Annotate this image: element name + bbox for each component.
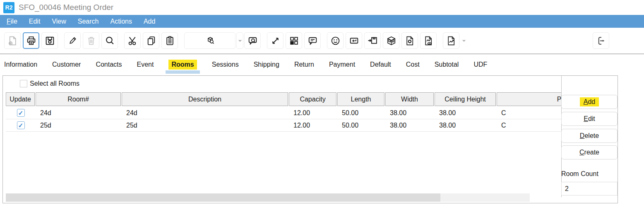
header-length[interactable]: Length	[337, 92, 384, 106]
report-dropdown-chevron-icon	[462, 39, 466, 42]
comment-icon	[307, 35, 318, 46]
room-3d-button[interactable]	[383, 32, 399, 49]
create-room-button[interactable]: Create	[561, 145, 618, 159]
copy-button[interactable]	[143, 32, 159, 49]
item-search-dropdown-chevron-icon	[238, 39, 242, 42]
add-button[interactable]: Add	[561, 95, 618, 109]
menu-add[interactable]: Add	[138, 18, 161, 25]
edit-room-button[interactable]: Edit	[561, 112, 618, 126]
cell-description: 25d	[122, 122, 289, 129]
row-checkbox-checked[interactable]	[17, 121, 25, 129]
menu-file[interactable]: File	[1, 18, 23, 25]
menu-actions[interactable]: Actions	[104, 18, 137, 25]
room-count-value: 2	[561, 182, 618, 195]
smiley-button[interactable]	[327, 32, 344, 49]
cell-capacity: 12.00	[289, 109, 337, 117]
paste-button[interactable]	[161, 32, 178, 49]
layout-button[interactable]	[286, 32, 302, 49]
table-row[interactable]: 24d 24d 12.00 50.00 38.00 38.00 C	[6, 107, 562, 119]
cell-ceiling-height: 38.00	[435, 122, 497, 129]
save-icon	[44, 35, 55, 46]
edit-button[interactable]	[64, 32, 81, 49]
report-settings-icon	[404, 35, 416, 46]
return-button[interactable]	[346, 32, 362, 49]
tab-information[interactable]: Information	[4, 55, 37, 74]
report-icon	[446, 35, 457, 46]
comment-button[interactable]	[304, 32, 321, 49]
paste-icon	[164, 35, 175, 46]
new-order-button[interactable]	[4, 32, 21, 49]
tab-rooms[interactable]: Rooms	[168, 55, 197, 74]
tab-bar: Information Customer Contacts Event Room…	[0, 55, 644, 74]
header-ceiling-height[interactable]: Ceiling Height	[435, 92, 496, 106]
report-preview-button[interactable]	[420, 32, 437, 49]
print-button[interactable]	[23, 32, 39, 49]
cell-room-number: 25d	[36, 122, 122, 129]
delete-room-button[interactable]: Delete	[561, 129, 618, 143]
tab-udf[interactable]: UDF	[473, 55, 487, 74]
rooms-table: Update Room# Description Capacity Length…	[6, 76, 562, 197]
tab-sessions[interactable]: Sessions	[212, 55, 239, 74]
toolbar	[0, 28, 644, 53]
menu-view[interactable]: View	[46, 18, 72, 25]
menu-bar: File Edit View Search Actions Add	[0, 15, 644, 28]
menu-edit[interactable]: Edit	[23, 18, 46, 25]
pack-icon	[367, 35, 378, 46]
horizontal-scrollbar[interactable]	[6, 193, 530, 202]
select-all-checkbox[interactable]	[20, 80, 27, 87]
report-button[interactable]	[443, 32, 459, 49]
table-row[interactable]: 25d 25d 12.00 50.00 38.00 38.00 C	[6, 119, 562, 132]
menu-search[interactable]: Search	[72, 18, 105, 25]
search-button[interactable]	[101, 32, 118, 49]
cut-button[interactable]	[124, 32, 141, 49]
report-dropdown[interactable]	[460, 32, 467, 49]
header-parent-room[interactable]: Parent R	[497, 92, 562, 106]
quick-search-icon	[247, 35, 258, 46]
exit-button[interactable]	[593, 32, 609, 49]
tab-cost[interactable]: Cost	[406, 55, 420, 74]
pack-button[interactable]	[364, 32, 381, 49]
row-checkbox-checked[interactable]	[17, 109, 25, 117]
return-icon	[348, 35, 360, 46]
delete-button[interactable]	[83, 32, 99, 49]
edit-icon	[67, 35, 78, 46]
header-width[interactable]: Width	[385, 92, 434, 106]
item-search-icon	[204, 35, 216, 46]
horizontal-scrollbar-thumb[interactable]	[6, 193, 440, 202]
select-all-rooms[interactable]: Select all Rooms	[20, 80, 79, 87]
copy-icon	[146, 35, 157, 46]
print-icon	[26, 35, 37, 46]
tab-event[interactable]: Event	[137, 55, 154, 74]
tab-default[interactable]: Default	[370, 55, 391, 74]
header-capacity[interactable]: Capacity	[289, 92, 336, 106]
cell-width: 38.00	[385, 109, 435, 117]
tab-contacts[interactable]: Contacts	[96, 55, 122, 74]
cell-width: 38.00	[385, 122, 435, 129]
tab-shipping[interactable]: Shipping	[254, 55, 279, 74]
expand-icon	[270, 35, 281, 46]
cut-icon	[127, 35, 138, 46]
app-logo: R2	[3, 2, 14, 13]
cell-capacity: 12.00	[289, 122, 337, 129]
item-search-button[interactable]	[184, 32, 235, 49]
rooms-panel: Select all Rooms Update Room# Descriptio…	[2, 75, 618, 203]
header-description[interactable]: Description	[122, 92, 288, 106]
room-3d-icon	[386, 35, 397, 46]
window-title: SFO_00046 Meeting Order	[19, 3, 113, 12]
cell-parent-room: C	[497, 122, 562, 129]
cell-length: 50.00	[337, 109, 385, 117]
cell-length: 50.00	[337, 122, 385, 129]
header-update[interactable]: Update	[6, 92, 35, 106]
quick-search-button[interactable]	[244, 32, 261, 49]
save-button[interactable]	[41, 32, 58, 49]
layout-icon	[288, 35, 300, 46]
rooms-table-header: Update Room# Description Capacity Length…	[6, 92, 562, 106]
report-settings-button[interactable]	[401, 32, 418, 49]
expand-button[interactable]	[267, 32, 284, 49]
header-room-number[interactable]: Room#	[36, 92, 121, 106]
item-search-dropdown[interactable]	[236, 32, 243, 49]
tab-payment[interactable]: Payment	[329, 55, 355, 74]
tab-return[interactable]: Return	[294, 55, 314, 74]
tab-customer[interactable]: Customer	[52, 55, 81, 74]
tab-subtotal[interactable]: Subtotal	[435, 55, 459, 74]
